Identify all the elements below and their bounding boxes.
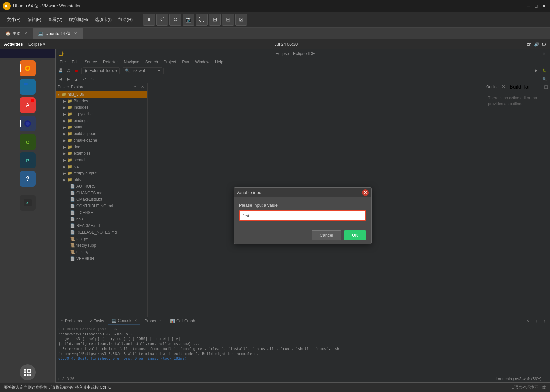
svg-point-26 [29, 374, 31, 376]
svg-point-25 [27, 374, 29, 376]
vmware-minimize-button[interactable]: ─ [525, 3, 532, 9]
toolbar-reset-button[interactable]: ↺ [169, 14, 181, 26]
vmware-title: Ubuntu 64 位 - VMware Workstation [13, 3, 525, 9]
toolbar-fullscreen-button[interactable]: ⛶ [196, 14, 208, 26]
variable-input-dialog: Variable input ✕ Please input a value Ca… [234, 187, 372, 244]
ubuntu-power-icon: ⏻ [542, 42, 546, 47]
ubuntu-lang[interactable]: zh [527, 42, 531, 47]
files-icon [22, 81, 33, 92]
svg-point-23 [29, 371, 31, 373]
toolbar-screenshot-button[interactable]: 📷 [183, 14, 194, 26]
svg-text:$: $ [26, 200, 28, 205]
toolbar-unity-button[interactable]: ⊟ [222, 14, 234, 26]
vmware-maximize-button[interactable]: □ [533, 3, 539, 9]
tab-ubuntu-label: Ubuntu 64 位 [45, 31, 71, 36]
tab-home-label: 主页 [12, 31, 21, 36]
dialog-value-input[interactable] [239, 210, 366, 221]
menu-file[interactable]: 文件(F) [4, 15, 23, 24]
ubuntu-activities[interactable]: Activities [4, 42, 23, 47]
taskbar-separator [21, 191, 34, 191]
firefox-icon [22, 63, 33, 74]
ubuntu-topbar: Activities Eclipse ▾ Jul 24 06:30 zh 🔊 ⏻ [0, 39, 550, 49]
taskbar-bottom-spacer [20, 364, 36, 380]
menu-vm[interactable]: 虚拟机(M) [66, 15, 91, 24]
tab-home-icon: 🏠 [5, 31, 11, 36]
bottom-hint: 要将输入定向到该虚拟机，请将鼠标指针移入其中或按 Ctrl+G。 [4, 385, 512, 390]
pycharm-icon: P [22, 155, 33, 166]
clion-icon: C [22, 137, 33, 147]
svg-rect-4 [24, 83, 28, 85]
svg-text:P: P [26, 158, 29, 163]
taskbar-icon-eclipse[interactable] [20, 116, 36, 131]
eclipse-menu-button[interactable]: Eclipse ▾ [28, 42, 46, 47]
svg-point-24 [24, 374, 26, 376]
menu-help[interactable]: 帮助(H) [115, 15, 135, 24]
taskbar-icon-apps[interactable] [20, 364, 36, 380]
tab-ubuntu[interactable]: 💻 Ubuntu 64 位 ✕ [33, 28, 83, 39]
menu-view[interactable]: 查看(V) [45, 15, 65, 24]
taskbar-icon-appstore[interactable]: A [20, 97, 36, 113]
help-icon: ? [22, 173, 33, 184]
dialog-body: Please input a value [234, 197, 371, 226]
svg-point-22 [27, 371, 29, 373]
vmware-menu: 文件(F) 编辑(E) 查看(V) 虚拟机(M) 选项卡(I) 帮助(H) [4, 15, 135, 24]
svg-text:C: C [26, 140, 29, 145]
dialog-title: Variable input [237, 190, 362, 195]
ubuntu-system-tray: zh 🔊 ⏻ [527, 42, 546, 47]
dialog-overlay: Variable input ✕ Please input a value Ca… [56, 49, 550, 382]
svg-point-19 [27, 369, 29, 371]
active-indicator [20, 64, 21, 72]
svg-point-2 [26, 67, 29, 70]
vmware-close-button[interactable]: ✕ [541, 3, 547, 9]
appstore-red-dot [31, 99, 34, 102]
svg-point-18 [24, 369, 26, 371]
menu-tabs[interactable]: 选项卡(I) [92, 15, 114, 24]
svg-point-21 [24, 371, 26, 373]
ubuntu-topbar-left: Activities Eclipse ▾ [4, 42, 45, 47]
dialog-buttons: Cancel OK [234, 226, 371, 244]
tab-home[interactable]: 🏠 主页 ✕ [0, 28, 33, 39]
tab-home-close[interactable]: ✕ [24, 31, 27, 35]
dialog-ok-button[interactable]: OK [344, 230, 366, 240]
svg-text:?: ? [26, 175, 29, 182]
taskbar-icon-help[interactable]: ? [20, 171, 36, 187]
ubuntu-sound-icon: 🔊 [534, 42, 539, 47]
dialog-label: Please input a value [239, 203, 366, 208]
taskbar-icon-terminal[interactable]: $ [20, 195, 36, 211]
menu-edit[interactable]: 编辑(E) [25, 15, 44, 24]
vmware-titlebar: ▶ Ubuntu 64 位 - VMware Workstation ─ □ ✕ [0, 0, 550, 12]
toolbar-power-button[interactable]: ⏎ [156, 14, 168, 26]
dialog-close-button[interactable]: ✕ [362, 189, 369, 196]
bottom-info: C语言@环境不一致 [512, 385, 546, 390]
taskbar-icon-clion[interactable]: C [20, 134, 36, 150]
vmware-logo: ▶ [3, 2, 11, 10]
tab-ubuntu-close[interactable]: ✕ [74, 31, 77, 35]
vmware-window-controls: ─ □ ✕ [525, 3, 547, 9]
svg-point-9 [26, 122, 30, 126]
tab-ubuntu-icon: 💻 [38, 31, 43, 36]
toolbar-console-button[interactable]: ⊠ [235, 14, 247, 26]
taskbar-icon-pycharm[interactable]: P [20, 152, 36, 168]
dialog-close-icon: ✕ [364, 190, 367, 195]
dialog-cancel-button[interactable]: Cancel [312, 230, 341, 240]
terminal-icon: $ [22, 197, 33, 208]
dialog-titlebar: Variable input ✕ [234, 188, 371, 197]
vmware-toolbar: 文件(F) 编辑(E) 查看(V) 虚拟机(M) 选项卡(I) 帮助(H) ⏸ … [0, 12, 550, 28]
svg-point-20 [29, 369, 31, 371]
bottom-status-bar: 要将输入定向到该虚拟机，请将鼠标指针移入其中或按 Ctrl+G。 C语言@环境不… [0, 383, 550, 392]
ubuntu-taskbar: A C P [0, 58, 55, 383]
toolbar-pause-button[interactable]: ⏸ [143, 14, 155, 26]
taskbar-icon-files[interactable] [20, 79, 36, 95]
appstore-icon: A [22, 100, 33, 110]
apps-icon [22, 367, 33, 378]
toolbar-scale-button[interactable]: ⊞ [209, 14, 221, 26]
eclipse-window: 🌙 Eclipse - Eclipse IDE ─ □ ✕ File Edit … [55, 49, 550, 383]
eclipse-icon [22, 118, 33, 129]
eclipse-active-indicator [20, 120, 21, 127]
vmware-tab-bar: 🏠 主页 ✕ 💻 Ubuntu 64 位 ✕ [0, 28, 550, 39]
ubuntu-datetime: Jul 24 06:30 [274, 42, 298, 47]
taskbar-icon-firefox[interactable] [20, 60, 36, 76]
svg-text:A: A [26, 103, 29, 108]
